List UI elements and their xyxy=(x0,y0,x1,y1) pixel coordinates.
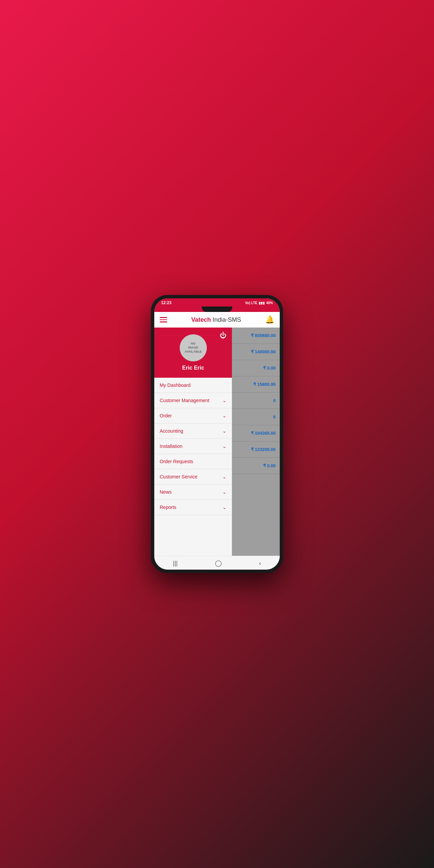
status-bar: 12:23 Vo) LTE ▮▮▮ 40% xyxy=(154,298,280,307)
app-header: Vatech India-SMS 🔔 xyxy=(154,312,280,328)
data-value: 0 xyxy=(273,398,276,403)
menu-item-order[interactable]: Order ⌄ xyxy=(154,408,232,423)
notch xyxy=(202,307,232,312)
menu-item-label: News xyxy=(160,489,172,495)
data-row: ₹ 140000.00 xyxy=(232,344,280,360)
data-value: ₹ 123200.00 xyxy=(251,447,276,452)
chevron-down-icon: ⌄ xyxy=(222,489,226,495)
drawer-menu: ⏻ NO IMAGE AVAILABLE Eric Eric My Dash xyxy=(154,328,232,556)
menu-item-label: Reports xyxy=(160,505,176,510)
menu-item-label: Accounting xyxy=(160,428,183,434)
menu-item-label: Order xyxy=(160,413,172,418)
menu-item-accounting[interactable]: Accounting ⌄ xyxy=(154,423,232,439)
nav-home-button[interactable]: ◯ xyxy=(215,559,222,567)
battery-text: 40% xyxy=(266,301,273,305)
carrier-text: Vo) LTE xyxy=(245,301,257,305)
menu-item-label: Customer Service xyxy=(160,474,197,479)
main-content: ⏻ NO IMAGE AVAILABLE Eric Eric My Dash xyxy=(154,328,280,556)
hamburger-button[interactable] xyxy=(160,317,167,322)
hamburger-line xyxy=(160,319,167,320)
data-value: ₹ 0.00 xyxy=(263,463,276,468)
user-name: Eric Eric xyxy=(182,365,204,371)
menu-item-reports[interactable]: Reports ⌄ xyxy=(154,500,232,515)
signal-icon: ▮▮▮ xyxy=(259,301,265,305)
data-row: ₹ 0.00 xyxy=(232,458,280,474)
menu-item-customer-management[interactable]: Customer Management ⌄ xyxy=(154,393,232,408)
chevron-down-icon: ⌄ xyxy=(222,398,226,403)
phone-screen: 12:23 Vo) LTE ▮▮▮ 40% Vatech India-SMS 🔔 xyxy=(154,298,280,570)
power-button[interactable]: ⏻ xyxy=(220,332,226,339)
data-value: ₹ 140000.00 xyxy=(251,349,276,354)
menu-item-label: My Dashboard xyxy=(160,382,191,388)
data-value: 6 xyxy=(273,414,276,419)
app-title: Vatech India-SMS xyxy=(191,316,241,323)
chevron-down-icon: ⌄ xyxy=(222,413,226,418)
status-time: 12:23 xyxy=(161,300,172,305)
app-name: India-SMS xyxy=(211,316,241,323)
menu-item-label: Customer Management xyxy=(160,398,209,403)
chevron-down-icon: ⌄ xyxy=(222,428,226,434)
menu-item-customer-service[interactable]: Customer Service ⌄ xyxy=(154,469,232,485)
avatar: NO IMAGE AVAILABLE xyxy=(180,334,207,361)
profile-area: ⏻ NO IMAGE AVAILABLE Eric Eric xyxy=(154,328,232,378)
hamburger-line xyxy=(160,317,167,318)
hamburger-line xyxy=(160,321,167,322)
status-icons: Vo) LTE ▮▮▮ 40% xyxy=(245,301,273,305)
data-row: ₹ 123200.00 xyxy=(232,441,280,458)
chevron-down-icon: ⌄ xyxy=(222,443,226,449)
chevron-down-icon: ⌄ xyxy=(222,474,226,479)
data-row: ₹ 15800.95 xyxy=(232,376,280,393)
data-row: 6 xyxy=(232,409,280,425)
menu-item-label: Installation xyxy=(160,443,182,449)
data-value: ₹ 104365.00 xyxy=(251,431,276,436)
menu-item-news[interactable]: News ⌄ xyxy=(154,485,232,500)
data-row: 0 xyxy=(232,393,280,409)
chevron-down-icon: ⌄ xyxy=(222,505,226,510)
nav-recents-button[interactable]: ||| xyxy=(173,560,178,567)
data-value: ₹ 935680.00 xyxy=(251,333,276,338)
data-row: ₹ 0.00 xyxy=(232,360,280,376)
app-brand: Vatech xyxy=(191,316,211,323)
bottom-nav: ||| ◯ ‹ xyxy=(154,556,280,570)
no-image-label: NO IMAGE AVAILABLE xyxy=(185,342,202,354)
menu-item-label: Order Requests xyxy=(160,459,193,464)
notification-bell-icon[interactable]: 🔔 xyxy=(265,315,274,324)
phone-frame: 12:23 Vo) LTE ▮▮▮ 40% Vatech India-SMS 🔔 xyxy=(151,295,283,573)
menu-list: My Dashboard Customer Management ⌄ Order… xyxy=(154,378,232,556)
data-row: ₹ 104365.00 xyxy=(232,425,280,441)
notch-bar xyxy=(154,307,280,312)
data-row: ₹ 935680.00 xyxy=(232,328,280,344)
nav-back-button[interactable]: ‹ xyxy=(259,560,261,567)
data-value: ₹ 15800.95 xyxy=(253,382,276,387)
dashboard-values-panel: ₹ 935680.00 ₹ 140000.00 ₹ 0.00 ₹ 15800.9… xyxy=(232,328,280,556)
menu-item-installation[interactable]: Installation ⌄ xyxy=(154,439,232,454)
menu-item-dashboard[interactable]: My Dashboard xyxy=(154,378,232,393)
data-value: ₹ 0.00 xyxy=(263,366,276,371)
menu-item-order-requests[interactable]: Order Requests xyxy=(154,454,232,469)
